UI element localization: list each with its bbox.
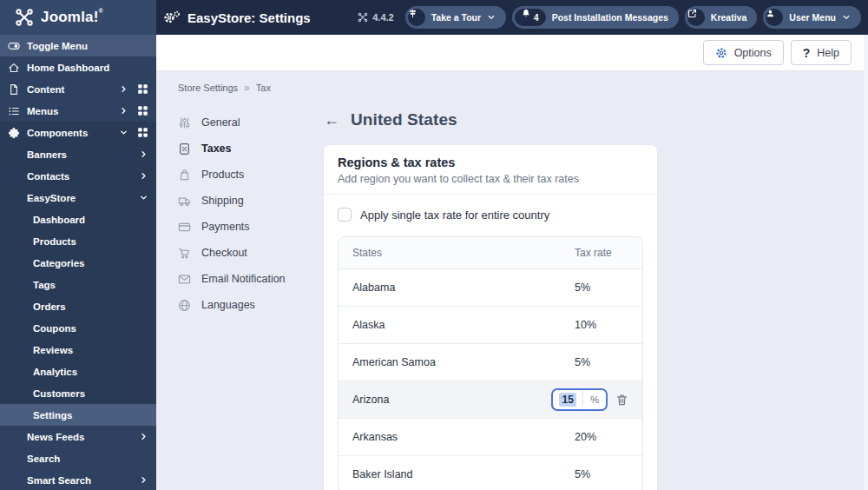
sidebar-item-news-feeds[interactable]: News Feeds	[0, 426, 156, 447]
sidebar-item-label: Coupons	[33, 323, 76, 334]
user-menu-button[interactable]: User Menu	[763, 6, 861, 29]
settings-tab-email-notification[interactable]: Email Notification	[178, 266, 324, 292]
settings-tab-label: Products	[201, 169, 244, 181]
question-mark-icon: ?	[803, 46, 811, 60]
sidebar-item-label: EasyStore	[27, 193, 76, 203]
settings-tab-shipping[interactable]: Shipping	[178, 188, 324, 214]
table-header: States Tax rate	[339, 237, 642, 268]
sidebar-item-label: Contacts	[27, 171, 69, 182]
table-row-alaska[interactable]: Alaska 10%	[339, 306, 642, 343]
sidebar-item-toggle-menu[interactable]: Toggle Menu	[0, 35, 156, 56]
state-name: Alaska	[352, 319, 575, 331]
tax-panel: ← United States Regions & tax rates Add …	[324, 109, 657, 490]
state-name: Baker Island	[352, 468, 575, 480]
sidebar-item-smart-search[interactable]: Smart Search	[0, 469, 156, 490]
sidebar-item-contacts[interactable]: Contacts	[0, 165, 156, 187]
sidebar-item-settings[interactable]: Settings	[0, 404, 156, 426]
sidebar-item-banners[interactable]: Banners	[0, 143, 156, 165]
single-tax-rate-label: Apply single tax rate for entire country	[360, 209, 549, 222]
grid-shortcut-icon[interactable]	[137, 83, 148, 95]
back-arrow-icon[interactable]: ←	[324, 112, 339, 128]
states-tax-table: States Tax rate Alabama 5%	[338, 236, 643, 490]
settings-tab-icon	[178, 221, 191, 234]
settings-tab-checkout[interactable]: Checkout	[178, 240, 324, 266]
options-button[interactable]: Options	[703, 40, 784, 65]
settings-nav: General Taxes Products Shipping	[178, 109, 324, 490]
help-button[interactable]: ? Help	[791, 40, 852, 65]
table-row-baker-island[interactable]: Baker Island 5%	[339, 455, 642, 490]
chevron-icon	[139, 432, 148, 441]
sidebar-item-label: Products	[33, 236, 76, 247]
table-row-alabama[interactable]: Alabama 5%	[339, 268, 642, 306]
table-row-arkansas[interactable]: Arkansas 20%	[339, 418, 642, 455]
sidebar-item-dashboard[interactable]: Dashboard	[0, 209, 156, 230]
top-bar: Joomla!® EasyStore: Settings 4.4.2 Take …	[0, 0, 868, 35]
sidebar-item-analytics[interactable]: Analytics	[0, 361, 156, 382]
post-installation-messages-button[interactable]: 4 Post Installation Messages	[512, 6, 679, 29]
settings-tab-payments[interactable]: Payments	[178, 214, 324, 240]
tax-rate-value: 10%	[575, 319, 628, 331]
signpost-icon	[408, 9, 425, 26]
settings-tab-icon	[178, 169, 191, 182]
sidebar-item-home-dashboard[interactable]: Home Dashboard	[0, 56, 156, 78]
breadcrumb-store-settings[interactable]: Store Settings	[178, 83, 238, 93]
settings-tab-icon	[178, 273, 191, 286]
top-bar-actions: 4.4.2 Take a Tour 4 Post Installation Me…	[358, 6, 861, 29]
sidebar-item-coupons[interactable]: Coupons	[0, 317, 156, 339]
breadcrumb-current: Tax	[256, 83, 271, 93]
tax-rate-input-group[interactable]: %	[551, 388, 608, 411]
chevron-icon	[139, 171, 148, 181]
sidebar-item-categories[interactable]: Categories	[0, 252, 156, 274]
sidebar-item-label: Content	[27, 84, 64, 95]
settings-tab-label: Checkout	[201, 247, 247, 259]
table-row-american-samoa[interactable]: American Samoa 5%	[339, 343, 642, 381]
sidebar-item-search[interactable]: Search	[0, 447, 156, 469]
sidebar-item-easystore[interactable]: EasyStore	[0, 187, 156, 209]
joomla-logo[interactable]: Joomla!®	[0, 0, 156, 35]
top-bar-main: EasyStore: Settings 4.4.2 Take a Tour 4 …	[156, 0, 868, 35]
settings-tab-products[interactable]: Products	[178, 162, 324, 188]
sidebar-item-label: Tags	[33, 280, 56, 290]
sidebar-item-orders[interactable]: Orders	[0, 295, 156, 317]
tax-rate-value: 5%	[575, 281, 628, 294]
chevron-down-icon	[842, 13, 851, 22]
app-title: EasyStore: Settings	[187, 10, 311, 25]
sidebar-item-tags[interactable]: Tags	[0, 274, 156, 295]
sidebar-item-components[interactable]: Components	[0, 122, 156, 143]
sidebar-item-customers[interactable]: Customers	[0, 382, 156, 404]
grid-shortcut-icon[interactable]	[137, 127, 148, 138]
take-a-tour-button[interactable]: Take a Tour	[405, 6, 506, 29]
brand-name: Joomla!®	[41, 9, 103, 26]
sidebar-item-icon	[7, 39, 21, 53]
settings-tab-label: Email Notification	[201, 273, 286, 285]
tax-rate-input[interactable]	[559, 393, 576, 407]
settings-tab-taxes[interactable]: Taxes	[178, 136, 324, 162]
sidebar-item-icon	[7, 104, 21, 118]
breadcrumb-separator-icon: »	[244, 82, 250, 94]
scrollbar-track[interactable]	[864, 35, 868, 490]
joomla-logo-icon	[15, 8, 34, 27]
settings-tab-label: Taxes	[201, 142, 232, 155]
external-link-icon	[687, 9, 705, 26]
settings-tab-general[interactable]: General	[178, 109, 324, 136]
trash-icon[interactable]	[615, 394, 628, 407]
joomla-version: 4.4.2	[358, 12, 393, 23]
sidebar-item-label: Banners	[27, 149, 67, 160]
settings-tab-languages[interactable]: Languages	[178, 292, 324, 318]
settings-tab-icon	[178, 195, 191, 208]
sidebar-item-products[interactable]: Products	[0, 230, 156, 252]
sidebar-item-reviews[interactable]: Reviews	[0, 339, 156, 361]
table-row-arizona[interactable]: Arizona 15% %	[339, 381, 642, 418]
joomla-version-icon	[358, 12, 368, 23]
state-name: Alabama	[352, 281, 575, 294]
sidebar-item-content[interactable]: Content	[0, 78, 156, 100]
sidebar-item-label: Dashboard	[33, 215, 85, 225]
single-tax-rate-checkbox[interactable]	[338, 208, 352, 222]
template-kreativa-button[interactable]: Kreativa	[685, 6, 757, 29]
grid-shortcut-icon[interactable]	[137, 105, 148, 116]
chevron-down-icon	[487, 13, 496, 22]
sidebar-item-label: Menus	[27, 106, 58, 116]
state-name: Arizona	[352, 394, 563, 406]
sidebar-item-menus[interactable]: Menus	[0, 100, 156, 122]
settings-tab-icon	[178, 247, 191, 260]
